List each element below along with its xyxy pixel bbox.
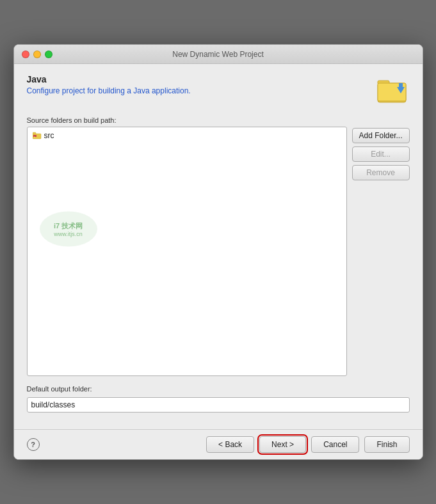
header-icon xyxy=(376,74,410,107)
src-folder-icon: s xyxy=(33,131,42,140)
output-folder-input[interactable] xyxy=(27,397,410,413)
remove-button[interactable]: Remove xyxy=(352,165,410,180)
titlebar-buttons xyxy=(22,51,52,58)
close-button[interactable] xyxy=(22,51,29,58)
titlebar: New Dynamic Web Project xyxy=(14,45,423,64)
folder-icon xyxy=(376,74,410,107)
minimize-button[interactable] xyxy=(33,51,41,58)
section-title: Java xyxy=(27,74,191,84)
output-label: Default output folder: xyxy=(27,385,410,393)
src-folder-name: src xyxy=(44,131,54,140)
next-button[interactable]: Next > xyxy=(259,436,306,453)
side-buttons-panel: Add Folder... Edit... Remove xyxy=(352,127,410,376)
header-section: Java Configure project for building a Ja… xyxy=(27,74,410,107)
svg-rect-4 xyxy=(399,83,403,88)
source-folders-area: s src Add Folder... Edit... Remove xyxy=(27,127,410,376)
maximize-button[interactable] xyxy=(45,51,52,58)
edit-button[interactable]: Edit... xyxy=(352,146,410,162)
header-text: Java Configure project for building a Ja… xyxy=(27,74,191,95)
output-section: Default output folder: xyxy=(27,385,410,413)
svg-text:s: s xyxy=(34,136,35,138)
section-description: Configure project for building a Java ap… xyxy=(27,86,191,95)
back-button[interactable]: < Back xyxy=(206,436,254,453)
dialog-content: Java Configure project for building a Ja… xyxy=(14,64,423,429)
window-title: New Dynamic Web Project xyxy=(172,50,264,59)
cancel-button[interactable]: Cancel xyxy=(311,436,359,453)
add-folder-button[interactable]: Add Folder... xyxy=(352,128,410,143)
dialog-window: New Dynamic Web Project Java Configure p… xyxy=(13,44,423,460)
svg-rect-6 xyxy=(33,132,36,134)
list-item: s src xyxy=(30,130,344,141)
footer: ? < Back Next > Cancel Finish xyxy=(14,429,423,459)
help-button[interactable]: ? xyxy=(27,438,40,451)
source-list[interactable]: s src xyxy=(27,127,347,376)
footer-buttons: < Back Next > Cancel Finish xyxy=(206,436,409,453)
source-section-label: Source folders on build path: xyxy=(27,116,410,124)
finish-button[interactable]: Finish xyxy=(364,436,409,453)
footer-left: ? xyxy=(27,438,40,451)
